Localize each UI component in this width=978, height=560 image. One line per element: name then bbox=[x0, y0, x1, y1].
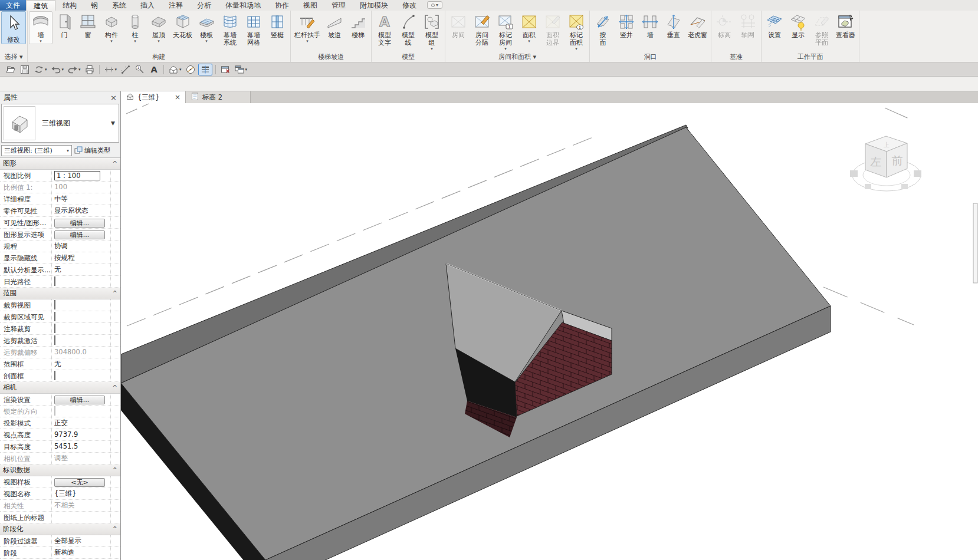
ribbon-tab-10[interactable]: 管理 bbox=[324, 0, 353, 11]
prop-value[interactable] bbox=[52, 335, 111, 346]
view-tab-1[interactable]: 标高 2 bbox=[186, 91, 251, 103]
prop-button[interactable]: 编辑... bbox=[54, 230, 105, 239]
ribbon-tab-2[interactable]: 钢 bbox=[84, 0, 105, 11]
qat-tag-button[interactable]: 1 bbox=[133, 64, 146, 75]
checkbox[interactable] bbox=[54, 324, 55, 333]
close-icon[interactable]: × bbox=[175, 93, 180, 101]
qat-redo-button[interactable]: ▾ bbox=[66, 64, 82, 75]
qat-switchwin-button[interactable]: ▾ bbox=[233, 64, 249, 75]
prop-value[interactable] bbox=[52, 276, 111, 287]
btn-curtain-sys[interactable]: 幕墙系统 bbox=[218, 11, 242, 47]
prop-value[interactable]: 新构造 bbox=[52, 547, 111, 558]
btn-viewer[interactable]: 查看器 bbox=[833, 11, 858, 39]
prop-value[interactable] bbox=[52, 311, 111, 322]
prop-value[interactable]: 显示原状态 bbox=[52, 205, 111, 216]
prop-value[interactable]: 1 : 100 bbox=[52, 170, 111, 181]
checkbox[interactable] bbox=[54, 312, 55, 321]
prop-button[interactable]: <无> bbox=[54, 478, 105, 487]
prop-value[interactable] bbox=[52, 370, 111, 381]
btn-wp-set[interactable]: 设置 bbox=[763, 11, 786, 39]
prop-value[interactable]: 全部显示 bbox=[52, 535, 111, 546]
type-selector[interactable]: 三维视图 ▼ bbox=[1, 104, 119, 143]
panel-label-4[interactable]: 房间和面积 ▾ bbox=[447, 52, 588, 62]
btn-mullion[interactable]: 竖梃 bbox=[265, 11, 289, 39]
prop-value[interactable]: 无 bbox=[52, 264, 111, 275]
btn-railing[interactable]: 栏杆扶手▾ bbox=[292, 11, 323, 44]
prop-value[interactable]: 9737.9 bbox=[52, 429, 111, 440]
btn-op-wall[interactable]: 墙 bbox=[638, 11, 662, 39]
qat-closewin-button[interactable] bbox=[219, 64, 232, 75]
prop-button[interactable]: 编辑... bbox=[54, 396, 105, 404]
drawing-area[interactable]: {三维}×标高 2 bbox=[121, 91, 978, 560]
qat-measure-button[interactable]: ▾ bbox=[103, 64, 119, 75]
btn-model-line[interactable]: 模型线 bbox=[396, 11, 420, 47]
panel-label-0[interactable]: 选择 ▾ bbox=[1, 52, 26, 62]
ribbon-tab-0[interactable]: 建筑 bbox=[26, 0, 55, 11]
qat-save-button[interactable] bbox=[18, 64, 31, 75]
btn-door[interactable]: 门 bbox=[52, 11, 76, 39]
prop-value[interactable]: 调整 bbox=[52, 453, 111, 464]
section-header-0[interactable]: 图形^ bbox=[0, 158, 120, 170]
prop-value[interactable]: <无> bbox=[52, 476, 111, 487]
chevron-down-icon[interactable]: ▼ bbox=[111, 120, 119, 126]
btn-component[interactable]: 构件▾ bbox=[100, 11, 123, 44]
prop-input[interactable]: 1 : 100 bbox=[54, 171, 100, 180]
qat-undo-button[interactable]: ▾ bbox=[50, 64, 65, 75]
prop-value[interactable] bbox=[52, 323, 111, 334]
ribbon-tab-5[interactable]: 注释 bbox=[162, 0, 190, 11]
btn-stairs[interactable]: 楼梯 bbox=[346, 11, 370, 39]
ribbon-tab-3[interactable]: 系统 bbox=[105, 0, 133, 11]
btn-floor[interactable]: 楼板▾ bbox=[195, 11, 218, 44]
viewcube[interactable]: 左 前 上 bbox=[850, 136, 921, 191]
btn-wp-show[interactable]: 显示 bbox=[786, 11, 810, 39]
btn-column[interactable]: 柱▾ bbox=[123, 11, 147, 44]
ribbon-tab-11[interactable]: 附加模块 bbox=[353, 0, 395, 11]
btn-op-face[interactable]: 按面 bbox=[591, 11, 615, 47]
qat-section-button[interactable] bbox=[184, 64, 197, 75]
btn-model-text[interactable]: A模型文字 bbox=[373, 11, 396, 47]
checkbox[interactable] bbox=[54, 371, 55, 380]
checkbox[interactable] bbox=[54, 335, 55, 345]
btn-model-group[interactable]: 模型组▾ bbox=[420, 11, 444, 52]
section-header-2[interactable]: 相机^ bbox=[0, 382, 120, 394]
prop-value[interactable] bbox=[52, 299, 111, 311]
prop-value[interactable]: 不相关 bbox=[52, 500, 111, 511]
btn-tag-room[interactable]: 1标记房间▾ bbox=[494, 11, 517, 52]
qat-text-button[interactable]: A bbox=[147, 64, 160, 75]
prop-value[interactable]: 编辑... bbox=[52, 394, 111, 405]
checkbox[interactable] bbox=[54, 300, 55, 309]
btn-window[interactable]: 窗 bbox=[76, 11, 100, 39]
btn-tag-area[interactable]: 1标记面积▾ bbox=[565, 11, 588, 52]
qat-print-button[interactable] bbox=[83, 64, 96, 75]
prop-value[interactable] bbox=[52, 406, 111, 417]
prop-value[interactable]: 100 bbox=[52, 182, 111, 193]
prop-value[interactable]: 5451.5 bbox=[52, 441, 111, 452]
btn-ceiling[interactable]: 天花板 bbox=[170, 11, 195, 39]
btn-room-sep[interactable]: 房间分隔 bbox=[470, 11, 494, 47]
ribbon-tab-12[interactable]: 修改 bbox=[395, 0, 424, 11]
section-header-4[interactable]: 阶段化^ bbox=[0, 523, 120, 535]
section-header-3[interactable]: 标识数据^ bbox=[0, 465, 120, 476]
btn-op-shaft[interactable]: 竖井 bbox=[615, 11, 638, 39]
view-tab-0[interactable]: {三维}× bbox=[121, 91, 186, 103]
ribbon-tab-4[interactable]: 插入 bbox=[133, 0, 162, 11]
menu-file-button[interactable]: 文件 bbox=[0, 0, 26, 11]
qat-home3d-button[interactable]: ▾ bbox=[167, 64, 183, 75]
btn-area[interactable]: 面积▾ bbox=[517, 11, 541, 44]
checkbox[interactable] bbox=[54, 276, 55, 286]
section-header-1[interactable]: 范围^ bbox=[0, 288, 120, 299]
prop-value[interactable]: 协调 bbox=[52, 241, 111, 252]
btn-curtain-grid[interactable]: 幕墙网格 bbox=[242, 11, 265, 47]
btn-roof[interactable]: 屋顶▾ bbox=[147, 11, 170, 44]
3d-view-scene[interactable]: 左 前 上 bbox=[121, 103, 978, 560]
btn-op-vert[interactable]: 垂直 bbox=[662, 11, 685, 39]
ribbon-tab-6[interactable]: 分析 bbox=[190, 0, 218, 11]
ribbon-tab-1[interactable]: 结构 bbox=[55, 0, 84, 11]
close-icon[interactable]: × bbox=[110, 93, 117, 102]
prop-value[interactable]: 正交 bbox=[52, 417, 111, 429]
ribbon-tab-9[interactable]: 视图 bbox=[296, 0, 324, 11]
checkbox[interactable] bbox=[54, 406, 55, 416]
ribbon-collapse-button[interactable]: ▾ bbox=[427, 1, 442, 9]
prop-value[interactable]: 编辑... bbox=[52, 217, 111, 228]
prop-value[interactable]: 编辑... bbox=[52, 229, 111, 240]
